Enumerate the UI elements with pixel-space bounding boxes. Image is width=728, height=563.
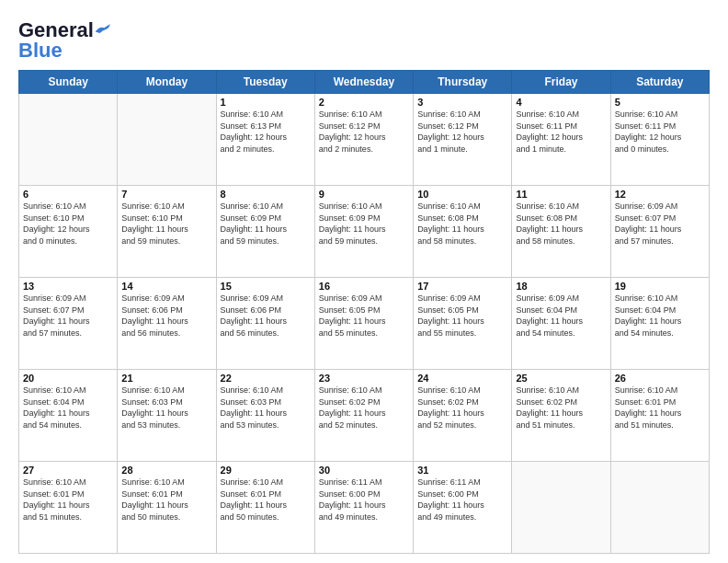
calendar-cell: 7Sunrise: 6:10 AM Sunset: 6:10 PM Daylig…	[118, 186, 216, 278]
day-info: Sunrise: 6:11 AM Sunset: 6:00 PM Dayligh…	[319, 477, 409, 523]
page: General Blue SundayMondayTuesdayWednesda…	[0, 0, 728, 563]
day-info: Sunrise: 6:09 AM Sunset: 6:05 PM Dayligh…	[319, 293, 409, 339]
day-info: Sunrise: 6:10 AM Sunset: 6:02 PM Dayligh…	[319, 385, 409, 431]
logo-bird-icon	[94, 23, 110, 36]
calendar-cell: 27Sunrise: 6:10 AM Sunset: 6:01 PM Dayli…	[19, 462, 118, 554]
day-number: 28	[121, 465, 211, 476]
day-info: Sunrise: 6:10 AM Sunset: 6:13 PM Dayligh…	[221, 109, 311, 155]
day-number: 3	[417, 97, 507, 108]
day-info: Sunrise: 6:10 AM Sunset: 6:11 PM Dayligh…	[615, 109, 705, 155]
day-number: 23	[319, 373, 409, 384]
calendar-cell	[512, 462, 610, 554]
calendar-cell: 24Sunrise: 6:10 AM Sunset: 6:02 PM Dayli…	[414, 370, 512, 462]
calendar-cell: 21Sunrise: 6:10 AM Sunset: 6:03 PM Dayli…	[118, 370, 216, 462]
weekday-header-monday: Monday	[118, 71, 216, 94]
calendar-cell: 14Sunrise: 6:09 AM Sunset: 6:06 PM Dayli…	[118, 278, 216, 370]
day-number: 17	[417, 281, 507, 292]
day-info: Sunrise: 6:10 AM Sunset: 6:09 PM Dayligh…	[221, 201, 311, 247]
day-number: 8	[221, 189, 311, 200]
weekday-header-sunday: Sunday	[19, 71, 118, 94]
weekday-header-row: SundayMondayTuesdayWednesdayThursdayFrid…	[19, 71, 710, 94]
calendar-cell: 19Sunrise: 6:10 AM Sunset: 6:04 PM Dayli…	[610, 278, 709, 370]
calendar-cell: 26Sunrise: 6:10 AM Sunset: 6:01 PM Dayli…	[610, 370, 709, 462]
day-info: Sunrise: 6:09 AM Sunset: 6:06 PM Dayligh…	[221, 293, 311, 339]
calendar-cell: 29Sunrise: 6:10 AM Sunset: 6:01 PM Dayli…	[216, 462, 314, 554]
day-number: 30	[319, 465, 409, 476]
calendar-cell: 28Sunrise: 6:10 AM Sunset: 6:01 PM Dayli…	[118, 462, 216, 554]
calendar-cell: 10Sunrise: 6:10 AM Sunset: 6:08 PM Dayli…	[414, 186, 512, 278]
weekday-header-friday: Friday	[512, 71, 610, 94]
weekday-header-tuesday: Tuesday	[216, 71, 314, 94]
day-info: Sunrise: 6:10 AM Sunset: 6:01 PM Dayligh…	[23, 477, 113, 523]
day-info: Sunrise: 6:09 AM Sunset: 6:04 PM Dayligh…	[516, 293, 606, 339]
calendar-cell: 1Sunrise: 6:10 AM Sunset: 6:13 PM Daylig…	[216, 94, 314, 186]
logo: General Blue	[18, 18, 110, 63]
day-info: Sunrise: 6:10 AM Sunset: 6:09 PM Dayligh…	[319, 201, 409, 247]
day-number: 24	[417, 373, 507, 384]
day-info: Sunrise: 6:11 AM Sunset: 6:00 PM Dayligh…	[417, 477, 507, 523]
day-info: Sunrise: 6:10 AM Sunset: 6:12 PM Dayligh…	[417, 109, 507, 155]
day-number: 19	[615, 281, 705, 292]
day-number: 21	[121, 373, 211, 384]
day-number: 5	[615, 97, 705, 108]
day-info: Sunrise: 6:10 AM Sunset: 6:03 PM Dayligh…	[121, 385, 211, 431]
header: General Blue	[18, 18, 710, 63]
logo-blue: Blue	[18, 39, 63, 63]
calendar-table: SundayMondayTuesdayWednesdayThursdayFrid…	[18, 70, 710, 554]
calendar-week-3: 13Sunrise: 6:09 AM Sunset: 6:07 PM Dayli…	[19, 278, 710, 370]
day-info: Sunrise: 6:10 AM Sunset: 6:10 PM Dayligh…	[23, 201, 113, 247]
calendar-cell	[118, 94, 216, 186]
day-info: Sunrise: 6:09 AM Sunset: 6:07 PM Dayligh…	[23, 293, 113, 339]
calendar-cell: 6Sunrise: 6:10 AM Sunset: 6:10 PM Daylig…	[19, 186, 118, 278]
calendar-week-5: 27Sunrise: 6:10 AM Sunset: 6:01 PM Dayli…	[19, 462, 710, 554]
calendar-cell: 8Sunrise: 6:10 AM Sunset: 6:09 PM Daylig…	[216, 186, 314, 278]
calendar-cell: 16Sunrise: 6:09 AM Sunset: 6:05 PM Dayli…	[314, 278, 413, 370]
day-number: 13	[23, 281, 113, 292]
day-info: Sunrise: 6:10 AM Sunset: 6:01 PM Dayligh…	[221, 477, 311, 523]
day-number: 2	[319, 97, 409, 108]
weekday-header-thursday: Thursday	[414, 71, 512, 94]
calendar-cell: 30Sunrise: 6:11 AM Sunset: 6:00 PM Dayli…	[314, 462, 413, 554]
calendar-cell: 23Sunrise: 6:10 AM Sunset: 6:02 PM Dayli…	[314, 370, 413, 462]
day-info: Sunrise: 6:10 AM Sunset: 6:04 PM Dayligh…	[23, 385, 113, 431]
calendar-cell	[610, 462, 709, 554]
day-info: Sunrise: 6:09 AM Sunset: 6:07 PM Dayligh…	[615, 201, 705, 247]
day-number: 16	[319, 281, 409, 292]
day-number: 6	[23, 189, 113, 200]
calendar-cell: 25Sunrise: 6:10 AM Sunset: 6:02 PM Dayli…	[512, 370, 610, 462]
calendar-cell: 17Sunrise: 6:09 AM Sunset: 6:05 PM Dayli…	[414, 278, 512, 370]
day-number: 4	[516, 97, 606, 108]
calendar-cell: 12Sunrise: 6:09 AM Sunset: 6:07 PM Dayli…	[610, 186, 709, 278]
day-number: 9	[319, 189, 409, 200]
day-info: Sunrise: 6:09 AM Sunset: 6:06 PM Dayligh…	[121, 293, 211, 339]
calendar-cell: 5Sunrise: 6:10 AM Sunset: 6:11 PM Daylig…	[610, 94, 709, 186]
calendar-cell: 3Sunrise: 6:10 AM Sunset: 6:12 PM Daylig…	[414, 94, 512, 186]
day-number: 25	[516, 373, 606, 384]
weekday-header-wednesday: Wednesday	[314, 71, 413, 94]
day-info: Sunrise: 6:10 AM Sunset: 6:10 PM Dayligh…	[121, 201, 211, 247]
day-number: 31	[417, 465, 507, 476]
calendar-cell: 22Sunrise: 6:10 AM Sunset: 6:03 PM Dayli…	[216, 370, 314, 462]
day-number: 10	[417, 189, 507, 200]
day-number: 27	[23, 465, 113, 476]
calendar-cell: 4Sunrise: 6:10 AM Sunset: 6:11 PM Daylig…	[512, 94, 610, 186]
day-info: Sunrise: 6:10 AM Sunset: 6:04 PM Dayligh…	[615, 293, 705, 339]
calendar-week-2: 6Sunrise: 6:10 AM Sunset: 6:10 PM Daylig…	[19, 186, 710, 278]
day-number: 22	[221, 373, 311, 384]
day-info: Sunrise: 6:10 AM Sunset: 6:08 PM Dayligh…	[417, 201, 507, 247]
calendar-cell: 11Sunrise: 6:10 AM Sunset: 6:08 PM Dayli…	[512, 186, 610, 278]
day-info: Sunrise: 6:10 AM Sunset: 6:02 PM Dayligh…	[516, 385, 606, 431]
day-info: Sunrise: 6:10 AM Sunset: 6:01 PM Dayligh…	[121, 477, 211, 523]
day-info: Sunrise: 6:10 AM Sunset: 6:08 PM Dayligh…	[516, 201, 606, 247]
day-number: 26	[615, 373, 705, 384]
day-info: Sunrise: 6:10 AM Sunset: 6:11 PM Dayligh…	[516, 109, 606, 155]
day-number: 15	[221, 281, 311, 292]
day-number: 11	[516, 189, 606, 200]
weekday-header-saturday: Saturday	[610, 71, 709, 94]
calendar-cell: 20Sunrise: 6:10 AM Sunset: 6:04 PM Dayli…	[19, 370, 118, 462]
calendar-cell: 2Sunrise: 6:10 AM Sunset: 6:12 PM Daylig…	[314, 94, 413, 186]
day-info: Sunrise: 6:10 AM Sunset: 6:03 PM Dayligh…	[221, 385, 311, 431]
day-info: Sunrise: 6:10 AM Sunset: 6:01 PM Dayligh…	[615, 385, 705, 431]
calendar-cell: 15Sunrise: 6:09 AM Sunset: 6:06 PM Dayli…	[216, 278, 314, 370]
calendar-cell: 31Sunrise: 6:11 AM Sunset: 6:00 PM Dayli…	[414, 462, 512, 554]
